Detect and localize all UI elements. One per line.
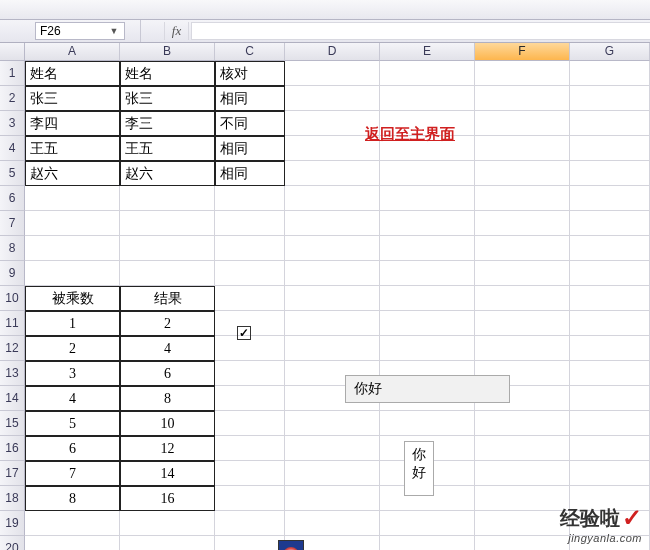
cell-C19[interactable]: [215, 511, 285, 536]
cell-F16[interactable]: [475, 436, 570, 461]
cell-C6[interactable]: [215, 186, 285, 211]
col-header-C[interactable]: C: [215, 43, 285, 61]
row-header-2[interactable]: 2: [0, 86, 25, 111]
cell-D6[interactable]: [285, 186, 380, 211]
row-header-14[interactable]: 14: [0, 386, 25, 411]
cell-B17[interactable]: 14: [120, 461, 215, 486]
cell-E10[interactable]: [380, 286, 475, 311]
cell-G10[interactable]: [570, 286, 650, 311]
cell-B15[interactable]: 10: [120, 411, 215, 436]
cell-E7[interactable]: [380, 211, 475, 236]
row-header-13[interactable]: 13: [0, 361, 25, 386]
cell-F11[interactable]: [475, 311, 570, 336]
cell-A2[interactable]: 张三: [25, 86, 120, 111]
cell-C15[interactable]: [215, 411, 285, 436]
cell-G1[interactable]: [570, 61, 650, 86]
col-header-D[interactable]: D: [285, 43, 380, 61]
cell-D5[interactable]: [285, 161, 380, 186]
cell-B13[interactable]: 6: [120, 361, 215, 386]
cell-F6[interactable]: [475, 186, 570, 211]
cell-B20[interactable]: [120, 536, 215, 550]
cell-C9[interactable]: [215, 261, 285, 286]
textbox-vertical[interactable]: 你 好: [404, 441, 434, 496]
col-header-F[interactable]: F: [475, 43, 570, 61]
row-header-12[interactable]: 12: [0, 336, 25, 361]
cell-C4[interactable]: 相同: [215, 136, 285, 161]
cell-A18[interactable]: 8: [25, 486, 120, 511]
cell-F15[interactable]: [475, 411, 570, 436]
cell-D16[interactable]: [285, 436, 380, 461]
avatar-image[interactable]: [278, 540, 304, 550]
cell-E15[interactable]: [380, 411, 475, 436]
cell-C20[interactable]: [215, 536, 285, 550]
col-header-G[interactable]: G: [570, 43, 650, 61]
cell-B8[interactable]: [120, 236, 215, 261]
row-header-16[interactable]: 16: [0, 436, 25, 461]
cell-B9[interactable]: [120, 261, 215, 286]
cell-G3[interactable]: [570, 111, 650, 136]
row-header-3[interactable]: 3: [0, 111, 25, 136]
name-box[interactable]: F26 ▼: [35, 22, 125, 40]
cell-B18[interactable]: 16: [120, 486, 215, 511]
cell-A11[interactable]: 1: [25, 311, 120, 336]
row-header-20[interactable]: 20: [0, 536, 25, 550]
checkbox[interactable]: ✓: [237, 326, 251, 340]
chevron-down-icon[interactable]: ▼: [108, 23, 120, 39]
cell-G17[interactable]: [570, 461, 650, 486]
row-header-11[interactable]: 11: [0, 311, 25, 336]
cell-D10[interactable]: [285, 286, 380, 311]
row-header-5[interactable]: 5: [0, 161, 25, 186]
col-header-B[interactable]: B: [120, 43, 215, 61]
cell-G8[interactable]: [570, 236, 650, 261]
cell-B19[interactable]: [120, 511, 215, 536]
row-header-9[interactable]: 9: [0, 261, 25, 286]
cell-F19[interactable]: [475, 511, 570, 536]
cell-A17[interactable]: 7: [25, 461, 120, 486]
cell-F1[interactable]: [475, 61, 570, 86]
textbox-horizontal[interactable]: 你好: [345, 375, 510, 403]
cell-A3[interactable]: 李四: [25, 111, 120, 136]
cell-E5[interactable]: [380, 161, 475, 186]
col-header-A[interactable]: A: [25, 43, 120, 61]
cell-G5[interactable]: [570, 161, 650, 186]
cell-F20[interactable]: [475, 536, 570, 550]
cell-D11[interactable]: [285, 311, 380, 336]
cell-E8[interactable]: [380, 236, 475, 261]
cell-A6[interactable]: [25, 186, 120, 211]
row-header-10[interactable]: 10: [0, 286, 25, 311]
cell-A8[interactable]: [25, 236, 120, 261]
cell-A4[interactable]: 王五: [25, 136, 120, 161]
row-header-19[interactable]: 19: [0, 511, 25, 536]
cell-C13[interactable]: [215, 361, 285, 386]
cell-B2[interactable]: 张三: [120, 86, 215, 111]
cell-D18[interactable]: [285, 486, 380, 511]
cell-D1[interactable]: [285, 61, 380, 86]
cell-A13[interactable]: 3: [25, 361, 120, 386]
cell-B7[interactable]: [120, 211, 215, 236]
cell-F10[interactable]: [475, 286, 570, 311]
cell-C10[interactable]: [215, 286, 285, 311]
cell-D17[interactable]: [285, 461, 380, 486]
cell-C5[interactable]: 相同: [215, 161, 285, 186]
cell-A19[interactable]: [25, 511, 120, 536]
cell-C3[interactable]: 不同: [215, 111, 285, 136]
cell-B16[interactable]: 12: [120, 436, 215, 461]
cell-F2[interactable]: [475, 86, 570, 111]
row-header-6[interactable]: 6: [0, 186, 25, 211]
row-header-4[interactable]: 4: [0, 136, 25, 161]
cell-D8[interactable]: [285, 236, 380, 261]
row-header-7[interactable]: 7: [0, 211, 25, 236]
cell-F8[interactable]: [475, 236, 570, 261]
cell-G7[interactable]: [570, 211, 650, 236]
select-all-corner[interactable]: [0, 43, 25, 61]
cell-G16[interactable]: [570, 436, 650, 461]
cell-C7[interactable]: [215, 211, 285, 236]
cell-G12[interactable]: [570, 336, 650, 361]
col-header-E[interactable]: E: [380, 43, 475, 61]
cell-B12[interactable]: 4: [120, 336, 215, 361]
cancel-formula-button[interactable]: [141, 22, 165, 40]
cell-grid[interactable]: 姓名姓名核对张三张三相同李四李三不同王五王五相同赵六赵六相同被乘数结果12243…: [25, 61, 650, 550]
row-header-1[interactable]: 1: [0, 61, 25, 86]
cell-C2[interactable]: 相同: [215, 86, 285, 111]
cell-B14[interactable]: 8: [120, 386, 215, 411]
